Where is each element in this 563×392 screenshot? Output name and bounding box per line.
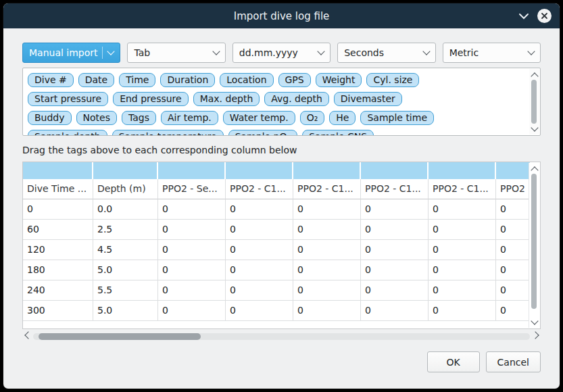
table-row: 3005.0000000 xyxy=(23,301,530,321)
table-cell: 0 xyxy=(496,199,530,220)
chevron-down-icon xyxy=(214,51,219,54)
tag[interactable]: Time xyxy=(119,73,155,87)
close-button[interactable] xyxy=(537,9,552,23)
tag[interactable]: Duration xyxy=(160,73,215,87)
table-cell: 0 xyxy=(158,240,226,260)
duration-format-select[interactable]: Seconds xyxy=(337,43,435,63)
table-row: 1805.0000000 xyxy=(23,260,530,280)
units-value: Metric xyxy=(449,47,479,58)
chevron-down-icon[interactable] xyxy=(518,13,529,20)
tag[interactable]: Sample pO₂ xyxy=(228,130,297,136)
import-mode-value: Manual import xyxy=(29,47,98,58)
column-drop-cell[interactable] xyxy=(361,162,429,179)
scroll-up-icon[interactable] xyxy=(529,70,539,80)
table-cell: 0 xyxy=(496,220,530,240)
units-select[interactable]: Metric xyxy=(443,43,541,63)
column-drop-cell[interactable] xyxy=(496,162,530,179)
field-separator-value: Tab xyxy=(134,47,150,58)
column-drop-cell[interactable] xyxy=(158,162,226,179)
tag[interactable]: Buddy xyxy=(28,111,72,125)
tag[interactable]: Start pressure xyxy=(28,92,108,106)
tag[interactable]: Cyl. size xyxy=(366,73,419,87)
chevron-down-icon xyxy=(424,51,429,54)
cancel-button[interactable]: Cancel xyxy=(486,351,541,372)
scroll-down-icon[interactable] xyxy=(529,317,539,326)
tag[interactable]: Location xyxy=(220,73,273,87)
table-cell: 300 xyxy=(23,301,93,321)
screen: Import dive log file Manual import Tab xyxy=(0,0,563,392)
tag[interactable]: Weight xyxy=(316,73,362,87)
table-cell: 0 xyxy=(226,220,293,240)
column-drop-cell[interactable] xyxy=(429,162,496,179)
column-header: PPO2 - C1... xyxy=(226,179,293,199)
table-cell: 180 xyxy=(23,260,93,280)
scroll-left-icon[interactable] xyxy=(22,331,32,342)
scrollbar-thumb[interactable] xyxy=(531,174,537,309)
table-cell: 0 xyxy=(158,280,226,301)
table-cell: 0 xyxy=(293,199,361,220)
scrollbar-track[interactable] xyxy=(33,333,530,340)
column-drop-cell[interactable] xyxy=(226,162,293,179)
table-row: 2405.5000000 xyxy=(23,280,530,301)
tag-row: Sample depthSample temperatureSample pO₂… xyxy=(28,130,525,136)
tag[interactable]: Sample time xyxy=(360,111,434,125)
tag-pool: Dive #DateTimeDurationLocationGPSWeightC… xyxy=(22,68,541,136)
duration-format-value: Seconds xyxy=(344,47,384,58)
tag[interactable]: Air temp. xyxy=(161,111,218,125)
tag[interactable]: Dive # xyxy=(28,73,74,87)
tag[interactable]: Sample temperature xyxy=(112,130,224,136)
table-cell: 0 xyxy=(226,260,293,280)
date-format-select[interactable]: dd.mm.yyyy xyxy=(232,43,331,63)
table-cell: 0 xyxy=(293,280,361,301)
table-cell: 0 xyxy=(293,301,361,321)
column-drop-cell[interactable] xyxy=(293,162,361,179)
tag[interactable]: GPS xyxy=(278,73,311,87)
scrollbar-thumb[interactable] xyxy=(531,80,537,124)
table-cell: 0 xyxy=(429,199,496,220)
table-cell: 0 xyxy=(158,199,226,220)
table-cell: 0 xyxy=(429,301,496,321)
tag[interactable]: Divemaster xyxy=(334,92,402,106)
import-mode-select[interactable]: Manual import xyxy=(22,43,120,63)
tag[interactable]: O₂ xyxy=(300,111,325,125)
table-cell: 5.0 xyxy=(93,301,158,321)
table-cell: 0 xyxy=(23,199,93,220)
table-cell: 0 xyxy=(226,301,293,321)
tag-pool-scrollbar[interactable] xyxy=(529,69,539,134)
tag[interactable]: Water temp. xyxy=(223,111,295,125)
tag[interactable]: Notes xyxy=(76,111,117,125)
table-cell: 0 xyxy=(293,220,361,240)
tag[interactable]: End pressure xyxy=(113,92,189,106)
column-drop-cell[interactable] xyxy=(93,162,158,179)
tag[interactable]: Max. depth xyxy=(193,92,260,106)
column-header: Dive Time ... xyxy=(23,179,93,199)
table-cell: 0 xyxy=(361,280,429,301)
tag[interactable]: Sample depth xyxy=(28,130,107,136)
table-cell: 0 xyxy=(226,199,293,220)
chevron-down-icon xyxy=(529,51,534,54)
scroll-right-icon[interactable] xyxy=(531,331,541,342)
table-cell: 0 xyxy=(158,220,226,240)
table-horizontal-scrollbar[interactable] xyxy=(22,331,541,342)
tag[interactable]: Tags xyxy=(122,111,156,125)
table-body: 00.0000000602.50000001204.50000001805.00… xyxy=(23,199,530,321)
table-cell: 0 xyxy=(293,260,361,280)
table-cell: 0 xyxy=(496,301,530,321)
scroll-up-icon[interactable] xyxy=(529,164,539,174)
scrollbar-thumb[interactable] xyxy=(39,333,201,340)
table-cell: 0 xyxy=(158,260,226,280)
tag[interactable]: Sample CNS xyxy=(302,130,374,136)
tag[interactable]: Avg. depth xyxy=(264,92,329,106)
ok-button[interactable]: OK xyxy=(427,351,480,372)
titlebar[interactable]: Import dive log file xyxy=(3,3,560,28)
scroll-down-icon[interactable] xyxy=(529,124,539,133)
field-separator-select[interactable]: Tab xyxy=(127,43,225,63)
table-cell: 0 xyxy=(429,280,496,301)
chevron-down-icon xyxy=(318,51,324,54)
column-drop-cell[interactable] xyxy=(23,162,93,179)
table-vertical-scrollbar[interactable] xyxy=(529,163,539,328)
column-drop-row xyxy=(23,162,530,179)
tag[interactable]: He xyxy=(329,111,356,125)
table-row: 00.0000000 xyxy=(23,199,530,220)
tag[interactable]: Date xyxy=(78,73,114,87)
